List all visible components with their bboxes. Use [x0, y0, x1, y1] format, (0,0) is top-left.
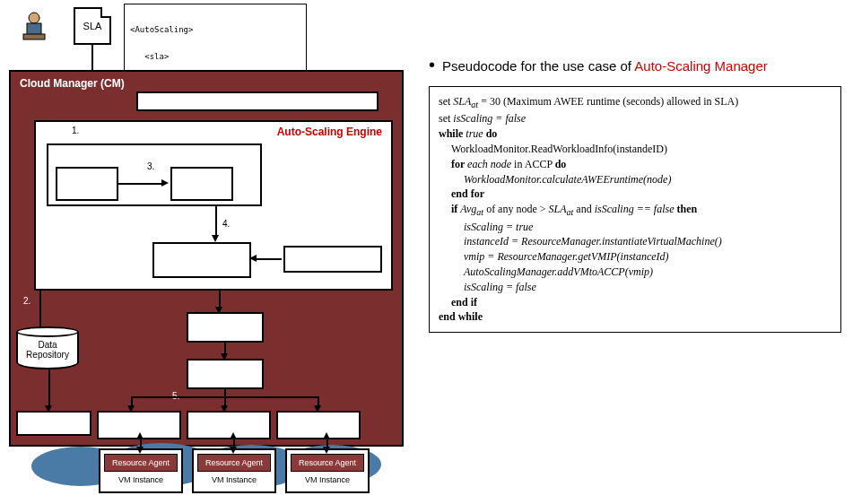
- ra-3: Resource Agent: [291, 454, 364, 472]
- sla-manager: SLA Manager 3. SLA Receiver SLA Analyzer: [47, 143, 262, 206]
- arrow: [118, 183, 163, 185]
- vm-1: Resource Agent VM Instance: [99, 448, 183, 493]
- bullet-text-b: Auto-Scaling Manager: [634, 58, 767, 74]
- crps-label: Cloud Resource Provisioning Service: [176, 96, 339, 107]
- pc-line: if Avgat of any node > SLAat and isScali…: [439, 202, 831, 219]
- auto-scaling-engine: Auto-Scaling Engine 1. SLA Manager 3. SL…: [34, 120, 393, 291]
- pc-line: end if: [439, 295, 831, 310]
- user-icon: [16, 7, 52, 45]
- svg-point-0: [29, 13, 39, 23]
- arrow-head: [45, 405, 52, 413]
- resource-manager: Resource Manager: [187, 312, 264, 343]
- xml-line: <sla>: [130, 52, 300, 61]
- arrow-head: [323, 447, 330, 454]
- rac-label: Resource Agent Controller: [286, 415, 350, 435]
- vm-2: Resource Agent VM Instance: [192, 448, 276, 493]
- arrow-head: [249, 255, 257, 262]
- workload-monitor: Workload Monitor: [283, 246, 382, 273]
- wm-label: Workload Monitor: [294, 254, 371, 265]
- pc-line: end while: [439, 309, 831, 325]
- pc-line: WorkloadMonitor.calculateAWEEruntime(nod…: [439, 172, 831, 187]
- ra-label: Resource Agent: [112, 458, 170, 467]
- arrow-head: [323, 432, 330, 439]
- pc-line: vmip = ResourceManager.getVMIP(instanceI…: [439, 249, 831, 265]
- sla-receiver: SLA Receiver: [56, 167, 118, 201]
- ra-label: Resource Agent: [205, 458, 263, 467]
- rc-label: Resource Controller: [204, 363, 247, 385]
- pc-line: WorkloadMonitor.ReadWorkloadInfo(instand…: [439, 142, 831, 157]
- vm-label: VM Instance: [287, 475, 368, 484]
- step-3: 3.: [147, 161, 154, 171]
- bullet-dot: •: [429, 56, 435, 74]
- cm-title: Cloud Manager (CM): [20, 77, 125, 90]
- arrow-head: [212, 235, 219, 242]
- arrow: [39, 291, 41, 330]
- pc-line: while true do: [439, 126, 831, 142]
- rm-label: Resource Manager: [204, 317, 246, 338]
- engine-title: Auto-Scaling Engine: [277, 126, 382, 138]
- bullet-text-a: Pseudocode for the use case of: [442, 58, 634, 74]
- pc-line: for each node in ACCP do: [439, 157, 831, 172]
- arcf-label: ARCF Adoptor: [22, 418, 86, 429]
- right-panel: • Pseudocode for the use case of Auto-Sc…: [429, 56, 841, 333]
- arrow-head: [136, 447, 144, 454]
- arrow: [255, 258, 282, 260]
- pc-line: AutoScalingManager.addVMtoACCP(vmip): [439, 265, 831, 280]
- bullet-line: • Pseudocode for the use case of Auto-Sc…: [429, 56, 841, 74]
- arrow: [48, 369, 50, 409]
- pc-line: set isScaling = false: [439, 111, 831, 126]
- sla-receiver-label: SLA Receiver: [67, 173, 106, 195]
- asm-label: Auto-Scaling Manager: [174, 249, 230, 271]
- vm-label: VM Instance: [194, 475, 274, 484]
- ra-2: Resource Agent: [197, 454, 271, 472]
- vm-3: Resource Agent VM Instance: [285, 448, 370, 493]
- step-2: 2.: [23, 296, 30, 306]
- pc-line: end for: [439, 187, 831, 202]
- ra-1: Resource Agent: [104, 454, 178, 472]
- svg-rect-2: [23, 34, 45, 39]
- sla-analyzer: SLA Analyzer: [170, 167, 233, 201]
- arrow-head: [230, 447, 237, 454]
- data-repository: Data Repository: [16, 328, 79, 369]
- ra-label: Resource Agent: [299, 458, 356, 467]
- sla-manager-label: SLA Manager: [102, 147, 157, 157]
- step-4: 4.: [222, 219, 230, 229]
- pc-line: instanceId = ResourceManager.instantiate…: [439, 234, 831, 249]
- arcf-adoptor: ARCF Adoptor: [16, 411, 91, 436]
- sla-doc-label: SLA: [83, 21, 102, 31]
- resource-controller: Resource Controller: [187, 359, 264, 389]
- arrow-head: [161, 179, 169, 187]
- dr-label: Data Repository: [26, 340, 69, 360]
- step-1: 1.: [72, 126, 79, 135]
- sla-analyzer-label: SLA Analyzer: [183, 173, 222, 195]
- cloud-manager: Cloud Manager (CM) Cloud Resource Provis…: [9, 70, 404, 447]
- arrow: [215, 206, 217, 237]
- rac-2: Resource Agent Controller: [187, 411, 271, 439]
- vm-label: VM Instance: [100, 475, 181, 484]
- asm-box: Auto-Scaling Manager: [152, 242, 251, 278]
- xml-line: <AutoScaling>: [130, 25, 300, 34]
- pc-line: set SLAat = 30 (Maximum AWEE runtime (se…: [439, 94, 831, 111]
- pseudocode-box: set SLAat = 30 (Maximum AWEE runtime (se…: [429, 86, 841, 333]
- pc-line: isScaling = false: [439, 280, 831, 295]
- rac-3: Resource Agent Controller: [276, 411, 361, 439]
- arrow-head: [136, 432, 144, 439]
- sla-document: SLA: [74, 7, 111, 45]
- crps-box: Cloud Resource Provisioning Service: [136, 91, 379, 111]
- arrow: [219, 291, 221, 308]
- pc-line: isScaling = true: [439, 220, 831, 235]
- arrow-head: [230, 432, 237, 439]
- rac-label: Resource Agent Controller: [196, 415, 260, 435]
